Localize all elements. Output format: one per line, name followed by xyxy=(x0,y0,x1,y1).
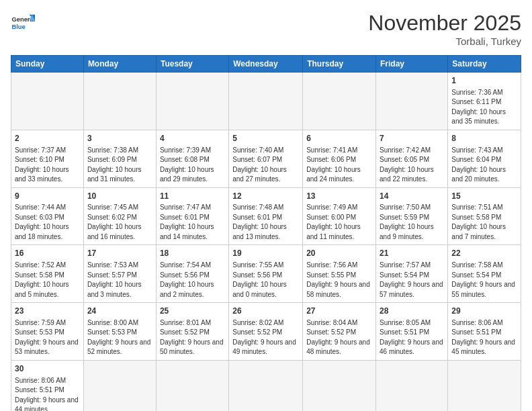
week-row-5: 23Sunrise: 7:59 AM Sunset: 5:53 PM Dayli… xyxy=(11,303,521,361)
day-cell: 19Sunrise: 7:55 AM Sunset: 5:56 PM Dayli… xyxy=(229,245,303,303)
day-cell xyxy=(11,73,84,130)
week-row-3: 9Sunrise: 7:44 AM Sunset: 6:03 PM Daylig… xyxy=(11,187,521,245)
weekday-header-monday: Monday xyxy=(83,56,156,73)
day-info: Sunrise: 7:58 AM Sunset: 5:54 PM Dayligh… xyxy=(451,261,517,300)
month-title: November 2025 xyxy=(368,11,521,36)
day-number: 13 xyxy=(306,191,372,202)
weekday-header-wednesday: Wednesday xyxy=(229,56,303,73)
day-cell: 24Sunrise: 8:00 AM Sunset: 5:53 PM Dayli… xyxy=(83,303,156,361)
day-cell: 26Sunrise: 8:02 AM Sunset: 5:52 PM Dayli… xyxy=(229,303,303,361)
weekday-header-row: SundayMondayTuesdayWednesdayThursdayFrid… xyxy=(11,56,521,73)
day-info: Sunrise: 7:52 AM Sunset: 5:58 PM Dayligh… xyxy=(15,261,80,300)
day-info: Sunrise: 7:41 AM Sunset: 6:06 PM Dayligh… xyxy=(306,146,372,185)
day-number: 15 xyxy=(451,191,517,202)
day-info: Sunrise: 8:06 AM Sunset: 5:51 PM Dayligh… xyxy=(15,376,80,411)
day-cell: 18Sunrise: 7:54 AM Sunset: 5:56 PM Dayli… xyxy=(156,245,228,303)
day-info: Sunrise: 7:47 AM Sunset: 6:01 PM Dayligh… xyxy=(160,203,225,242)
day-cell xyxy=(83,360,156,411)
day-number: 7 xyxy=(380,133,444,144)
day-number: 18 xyxy=(160,248,225,259)
day-cell: 14Sunrise: 7:50 AM Sunset: 5:59 PM Dayli… xyxy=(376,187,448,245)
day-info: Sunrise: 7:53 AM Sunset: 5:57 PM Dayligh… xyxy=(87,261,152,300)
day-cell: 11Sunrise: 7:47 AM Sunset: 6:01 PM Dayli… xyxy=(156,187,228,245)
day-info: Sunrise: 7:59 AM Sunset: 5:53 PM Dayligh… xyxy=(15,318,80,357)
day-info: Sunrise: 7:54 AM Sunset: 5:56 PM Dayligh… xyxy=(160,261,225,300)
day-cell: 3Sunrise: 7:38 AM Sunset: 6:09 PM Daylig… xyxy=(83,130,156,187)
day-info: Sunrise: 7:55 AM Sunset: 5:56 PM Dayligh… xyxy=(232,261,299,300)
day-cell: 23Sunrise: 7:59 AM Sunset: 5:53 PM Dayli… xyxy=(11,303,84,361)
day-number: 29 xyxy=(451,306,517,317)
day-cell: 30Sunrise: 8:06 AM Sunset: 5:51 PM Dayli… xyxy=(11,360,84,411)
day-number: 23 xyxy=(15,306,80,317)
day-cell: 10Sunrise: 7:45 AM Sunset: 6:02 PM Dayli… xyxy=(83,187,156,245)
day-cell xyxy=(83,73,156,130)
weekday-header-thursday: Thursday xyxy=(303,56,376,73)
day-number: 4 xyxy=(160,133,225,144)
day-cell: 16Sunrise: 7:52 AM Sunset: 5:58 PM Dayli… xyxy=(11,245,84,303)
day-cell: 6Sunrise: 7:41 AM Sunset: 6:06 PM Daylig… xyxy=(303,130,376,187)
week-row-4: 16Sunrise: 7:52 AM Sunset: 5:58 PM Dayli… xyxy=(11,245,521,303)
day-number: 25 xyxy=(160,306,225,317)
day-cell xyxy=(303,360,376,411)
day-cell: 27Sunrise: 8:04 AM Sunset: 5:52 PM Dayli… xyxy=(303,303,376,361)
day-info: Sunrise: 7:50 AM Sunset: 5:59 PM Dayligh… xyxy=(380,203,444,242)
calendar-table: SundayMondayTuesdayWednesdayThursdayFrid… xyxy=(11,55,521,411)
day-info: Sunrise: 8:00 AM Sunset: 5:53 PM Dayligh… xyxy=(87,318,152,357)
day-cell xyxy=(229,360,303,411)
day-number: 17 xyxy=(87,248,152,259)
week-row-6: 30Sunrise: 8:06 AM Sunset: 5:51 PM Dayli… xyxy=(11,360,521,411)
day-info: Sunrise: 7:51 AM Sunset: 5:58 PM Dayligh… xyxy=(451,203,517,242)
day-number: 27 xyxy=(306,306,372,317)
day-cell: 25Sunrise: 8:01 AM Sunset: 5:52 PM Dayli… xyxy=(156,303,228,361)
day-cell: 22Sunrise: 7:58 AM Sunset: 5:54 PM Dayli… xyxy=(448,245,521,303)
day-cell: 20Sunrise: 7:56 AM Sunset: 5:55 PM Dayli… xyxy=(303,245,376,303)
day-cell: 21Sunrise: 7:57 AM Sunset: 5:54 PM Dayli… xyxy=(376,245,448,303)
day-info: Sunrise: 7:45 AM Sunset: 6:02 PM Dayligh… xyxy=(87,203,152,242)
day-number: 26 xyxy=(232,306,299,317)
day-cell xyxy=(229,73,303,130)
day-cell: 12Sunrise: 7:48 AM Sunset: 6:01 PM Dayli… xyxy=(229,187,303,245)
day-cell: 1Sunrise: 7:36 AM Sunset: 6:11 PM Daylig… xyxy=(448,73,521,130)
weekday-header-sunday: Sunday xyxy=(11,56,84,73)
day-cell: 9Sunrise: 7:44 AM Sunset: 6:03 PM Daylig… xyxy=(11,187,84,245)
day-cell: 7Sunrise: 7:42 AM Sunset: 6:05 PM Daylig… xyxy=(376,130,448,187)
day-info: Sunrise: 7:36 AM Sunset: 6:11 PM Dayligh… xyxy=(451,88,517,127)
day-number: 24 xyxy=(87,306,152,317)
day-cell xyxy=(376,360,448,411)
day-info: Sunrise: 7:44 AM Sunset: 6:03 PM Dayligh… xyxy=(15,203,80,242)
week-row-2: 2Sunrise: 7:37 AM Sunset: 6:10 PM Daylig… xyxy=(11,130,521,187)
day-cell: 8Sunrise: 7:43 AM Sunset: 6:04 PM Daylig… xyxy=(448,130,521,187)
day-number: 9 xyxy=(15,191,80,202)
day-info: Sunrise: 7:56 AM Sunset: 5:55 PM Dayligh… xyxy=(306,261,372,300)
day-number: 22 xyxy=(451,248,517,259)
day-number: 11 xyxy=(160,191,225,202)
header: General Blue November 2025 Torbali, Turk… xyxy=(11,11,521,47)
day-cell xyxy=(376,73,448,130)
day-cell: 13Sunrise: 7:49 AM Sunset: 6:00 PM Dayli… xyxy=(303,187,376,245)
day-info: Sunrise: 7:48 AM Sunset: 6:01 PM Dayligh… xyxy=(232,203,299,242)
day-cell xyxy=(448,360,521,411)
logo: General Blue xyxy=(11,11,35,35)
day-cell: 28Sunrise: 8:05 AM Sunset: 5:51 PM Dayli… xyxy=(376,303,448,361)
day-info: Sunrise: 7:42 AM Sunset: 6:05 PM Dayligh… xyxy=(380,146,444,185)
day-cell: 4Sunrise: 7:39 AM Sunset: 6:08 PM Daylig… xyxy=(156,130,228,187)
logo-icon: General Blue xyxy=(11,11,35,35)
weekday-header-tuesday: Tuesday xyxy=(156,56,228,73)
day-info: Sunrise: 7:37 AM Sunset: 6:10 PM Dayligh… xyxy=(15,146,80,185)
day-cell xyxy=(156,360,228,411)
day-info: Sunrise: 8:01 AM Sunset: 5:52 PM Dayligh… xyxy=(160,318,225,357)
title-area: November 2025 Torbali, Turkey xyxy=(368,11,521,47)
day-info: Sunrise: 8:05 AM Sunset: 5:51 PM Dayligh… xyxy=(380,318,444,357)
day-number: 6 xyxy=(306,133,372,144)
day-info: Sunrise: 7:38 AM Sunset: 6:09 PM Dayligh… xyxy=(87,146,152,185)
day-cell: 2Sunrise: 7:37 AM Sunset: 6:10 PM Daylig… xyxy=(11,130,84,187)
day-info: Sunrise: 7:39 AM Sunset: 6:08 PM Dayligh… xyxy=(160,146,225,185)
day-cell: 15Sunrise: 7:51 AM Sunset: 5:58 PM Dayli… xyxy=(448,187,521,245)
day-number: 21 xyxy=(380,248,444,259)
day-cell: 17Sunrise: 7:53 AM Sunset: 5:57 PM Dayli… xyxy=(83,245,156,303)
day-number: 28 xyxy=(380,306,444,317)
day-number: 8 xyxy=(451,133,517,144)
day-number: 2 xyxy=(15,133,80,144)
day-number: 12 xyxy=(232,191,299,202)
day-number: 16 xyxy=(15,248,80,259)
